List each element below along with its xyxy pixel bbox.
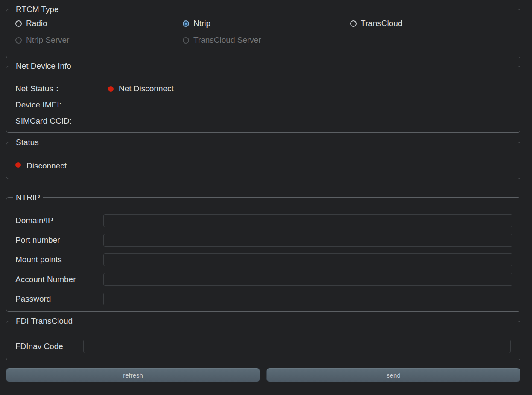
radio-option-ntrip-server: Ntrip Server bbox=[15, 35, 183, 46]
connection-status-value: Disconnect bbox=[26, 161, 67, 171]
net-status-row: Net Status： Net Disconnect bbox=[15, 83, 512, 94]
port-number-label: Port number bbox=[15, 235, 103, 245]
radio-option-label: Radio bbox=[26, 19, 47, 28]
radio-option-label: Ntrip Server bbox=[26, 35, 69, 45]
simcard-ccid-label: SIMCard CCID: bbox=[15, 116, 108, 126]
group-title-fdi-transcloud: FDI TransCloud bbox=[13, 316, 76, 327]
group-title-net-device-info: Net Device Info bbox=[13, 61, 74, 72]
radio-indicator bbox=[350, 20, 357, 27]
mount-points-label: Mount points bbox=[15, 255, 103, 264]
group-status: Status Disconnect bbox=[6, 142, 520, 179]
fdinav-code-row: FDInav Code bbox=[15, 340, 511, 353]
rtk-config-panel: RTCM Type Radio Ntrip TransCloud Ntrip S… bbox=[0, 0, 532, 395]
domain-ip-row: Domain/IP bbox=[15, 214, 512, 227]
fdinav-code-label: FDInav Code bbox=[15, 342, 83, 351]
device-imei-label: Device IMEI: bbox=[15, 100, 108, 110]
radio-option-label: Ntrip bbox=[193, 19, 210, 28]
net-status-value: Net Disconnect bbox=[119, 84, 174, 93]
account-number-row: Account Number bbox=[15, 273, 512, 286]
group-rtcm-type: RTCM Type Radio Ntrip TransCloud Ntrip S… bbox=[6, 9, 520, 58]
device-imei-row: Device IMEI: bbox=[15, 99, 512, 110]
radio-indicator-disabled bbox=[15, 37, 22, 44]
radio-indicator bbox=[15, 20, 22, 27]
send-button[interactable]: send bbox=[266, 368, 520, 382]
password-row: Password bbox=[15, 293, 512, 305]
refresh-button[interactable]: refresh bbox=[6, 368, 260, 382]
rtcm-options: Radio Ntrip TransCloud Ntrip Server Tran… bbox=[6, 9, 520, 46]
fdinav-code-input[interactable] bbox=[83, 340, 511, 353]
group-net-device-info: Net Device Info Net Status： Net Disconne… bbox=[6, 66, 520, 133]
account-number-input[interactable] bbox=[103, 273, 512, 286]
radio-option-transcloud[interactable]: TransCloud bbox=[350, 18, 520, 29]
net-status-label: Net Status： bbox=[15, 83, 108, 94]
password-input[interactable] bbox=[103, 293, 512, 305]
domain-ip-label: Domain/IP bbox=[15, 216, 103, 225]
mount-points-row: Mount points bbox=[15, 253, 512, 266]
radio-indicator-checked bbox=[183, 20, 189, 27]
group-title-rtcm-type: RTCM Type bbox=[13, 4, 62, 15]
radio-option-ntrip[interactable]: Ntrip bbox=[183, 18, 350, 29]
group-ntrip: NTRIP Domain/IP Port number Mount points… bbox=[6, 197, 520, 312]
group-title-ntrip: NTRIP bbox=[13, 192, 43, 203]
mount-points-input[interactable] bbox=[103, 253, 512, 266]
group-title-status: Status bbox=[13, 137, 42, 148]
password-label: Password bbox=[15, 294, 103, 304]
domain-ip-input[interactable] bbox=[103, 214, 512, 227]
radio-option-label: TransCloud Server bbox=[193, 35, 261, 45]
port-number-input[interactable] bbox=[103, 234, 512, 247]
bottom-button-row: refresh send bbox=[6, 368, 520, 382]
radio-option-radio[interactable]: Radio bbox=[15, 18, 183, 29]
group-fdi-transcloud: FDI TransCloud FDInav Code bbox=[6, 321, 520, 360]
connection-status-row: Disconnect bbox=[15, 160, 512, 171]
simcard-ccid-row: SIMCard CCID: bbox=[15, 116, 512, 127]
radio-option-transcloud-server: TransCloud Server bbox=[183, 35, 350, 46]
connection-status-led-icon bbox=[15, 162, 21, 168]
radio-indicator-disabled bbox=[183, 37, 189, 44]
port-number-row: Port number bbox=[15, 234, 512, 247]
account-number-label: Account Number bbox=[15, 275, 103, 284]
net-status-led-icon bbox=[108, 86, 114, 92]
radio-option-label: TransCloud bbox=[361, 19, 403, 28]
